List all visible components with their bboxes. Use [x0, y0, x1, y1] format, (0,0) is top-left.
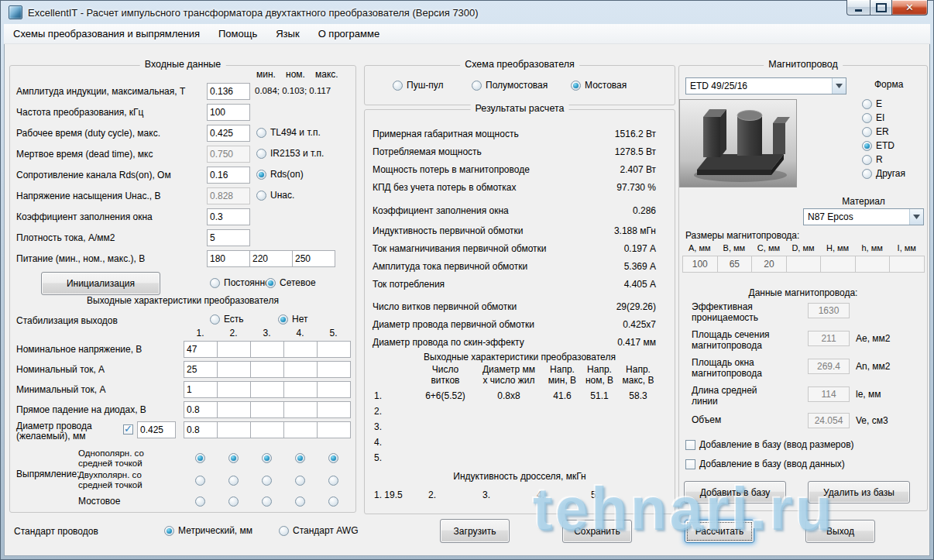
- nominal-voltage-input[interactable]: [317, 341, 351, 358]
- min-current-input[interactable]: [283, 381, 318, 398]
- rectification-radio[interactable]: [262, 476, 272, 486]
- rectification-radio[interactable]: [262, 453, 272, 463]
- shape-other-radio[interactable]: Другая: [862, 168, 905, 179]
- rectification-radio[interactable]: [195, 453, 205, 463]
- diode-drop-input[interactable]: [184, 401, 218, 418]
- wire-diameter-checkbox[interactable]: [123, 424, 133, 435]
- wire-diameter-input[interactable]: [317, 421, 351, 438]
- radio-icon: [571, 81, 581, 91]
- material-select[interactable]: N87 Epcos: [803, 208, 924, 225]
- frequency-input[interactable]: [207, 104, 250, 121]
- add-to-db-button[interactable]: Добавить в базу: [684, 481, 786, 503]
- chevron-down-icon[interactable]: [909, 209, 923, 225]
- rectification-radio[interactable]: [228, 496, 239, 507]
- menu-schemes[interactable]: Схемы преобразования и выпрямления: [4, 24, 209, 43]
- min-current-input[interactable]: [250, 381, 284, 398]
- min-current-input[interactable]: [317, 381, 351, 398]
- stabilization-yes-radio[interactable]: Есть: [210, 314, 244, 325]
- wire-diameter-input[interactable]: [250, 421, 284, 438]
- nominal-current-input[interactable]: [250, 361, 284, 378]
- col-header-nom: ном.: [286, 69, 305, 80]
- nominal-voltage-input[interactable]: [217, 341, 251, 358]
- push-pull-radio[interactable]: Пуш-пул: [393, 80, 443, 91]
- supply-min-input[interactable]: [207, 250, 250, 267]
- window-fill-input[interactable]: [207, 208, 250, 225]
- menu-language[interactable]: Язык: [266, 24, 308, 43]
- nominal-voltage-input[interactable]: [250, 341, 284, 358]
- wire-diameter-input[interactable]: [283, 421, 318, 438]
- shape-ei-radio[interactable]: EI: [862, 112, 884, 123]
- delete-from-db-button[interactable]: Удалить из базы: [808, 481, 910, 503]
- menu-about[interactable]: О программе: [309, 24, 390, 43]
- u-sat-radio[interactable]: Uнас.: [256, 190, 294, 201]
- calculate-button[interactable]: Рассчитать: [685, 520, 754, 543]
- rectification-radio[interactable]: [228, 453, 239, 463]
- close-icon: ✕: [905, 2, 914, 12]
- wire-diameter-input[interactable]: [217, 421, 251, 438]
- close-button[interactable]: ✕: [892, 0, 928, 15]
- rds-on-input[interactable]: [207, 167, 250, 184]
- radio-icon: [256, 128, 266, 138]
- u-sat-label: Напряжение насыщения Uнас., В: [16, 191, 160, 201]
- maximize-button[interactable]: [870, 0, 892, 15]
- ir2153-radio[interactable]: IR2153 и т.п.: [256, 148, 324, 159]
- nominal-current-input[interactable]: [217, 361, 251, 378]
- wire-diameter-input[interactable]: [184, 421, 218, 438]
- shape-r-radio[interactable]: R: [862, 154, 883, 165]
- add-db-data-checkbox[interactable]: Добавление в базу (ввод данных): [685, 459, 845, 469]
- rds-on-radio-label: Rds(on): [270, 169, 304, 180]
- minimize-button[interactable]: [846, 0, 870, 15]
- core-select[interactable]: ETD 49/25/16: [685, 77, 846, 94]
- wire-diameter-desired-input[interactable]: [137, 421, 176, 438]
- rectification-radio[interactable]: [328, 453, 338, 463]
- minimize-icon: [855, 9, 862, 12]
- full-bridge-radio[interactable]: Мостовая: [571, 80, 627, 91]
- current-density-input[interactable]: [207, 229, 250, 246]
- duty-cycle-input[interactable]: [207, 125, 250, 142]
- induction-input[interactable]: [207, 83, 250, 100]
- diode-drop-input[interactable]: [317, 401, 351, 418]
- rectification-radio[interactable]: [328, 496, 338, 507]
- nominal-current-input[interactable]: [283, 361, 318, 378]
- rectification-radio[interactable]: [295, 496, 305, 507]
- min-current-input[interactable]: [184, 381, 218, 398]
- rectification-radio[interactable]: [295, 476, 305, 486]
- nominal-voltage-input[interactable]: [184, 341, 218, 358]
- exit-button[interactable]: Выход: [805, 520, 875, 543]
- min-current-input[interactable]: [217, 381, 251, 398]
- diode-drop-input[interactable]: [283, 401, 318, 418]
- supply-nom-input[interactable]: [249, 250, 293, 267]
- window-title: ExcellentIT - Расчет импульсного трансфо…: [28, 7, 479, 19]
- chevron-down-icon[interactable]: [832, 78, 846, 94]
- diode-drop-input[interactable]: [217, 401, 251, 418]
- rectification-radio[interactable]: [228, 476, 239, 486]
- shape-e-radio[interactable]: E: [862, 98, 882, 109]
- tl494-radio[interactable]: TL494 и т.п.: [256, 127, 321, 138]
- menu-help[interactable]: Помощь: [209, 24, 266, 43]
- rectification-radio[interactable]: [328, 476, 338, 486]
- load-button[interactable]: Загрузить: [440, 519, 510, 543]
- stabilization-no-radio[interactable]: Нет: [278, 314, 307, 325]
- half-bridge-radio[interactable]: Полумостовая: [472, 80, 548, 91]
- rectification-radio[interactable]: [195, 496, 205, 507]
- wire-standard-awg-radio[interactable]: Стандарт AWG: [279, 525, 358, 536]
- init-button[interactable]: Инициализация: [41, 272, 160, 295]
- rds-on-radio[interactable]: Rds(on): [256, 169, 304, 180]
- save-button[interactable]: Сохранить: [562, 520, 632, 543]
- rectification-radio[interactable]: [195, 476, 205, 486]
- rectification-radio[interactable]: [295, 453, 305, 463]
- nominal-current-input[interactable]: [317, 361, 351, 378]
- diode-drop-input[interactable]: [250, 401, 284, 418]
- ir2153-radio-label: IR2153 и т.п.: [270, 148, 324, 159]
- rectification-radio[interactable]: [262, 496, 272, 507]
- nominal-current-input[interactable]: [184, 361, 218, 378]
- core-data-title: Данные магнитопровода:: [679, 287, 927, 298]
- supply-max-input[interactable]: [292, 250, 335, 267]
- nominal-voltage-input[interactable]: [283, 341, 318, 358]
- shape-er-radio[interactable]: ER: [862, 126, 889, 137]
- add-db-sizes-checkbox[interactable]: Добавление в базу (ввод размеров): [685, 439, 854, 450]
- shape-etd-radio[interactable]: ETD: [862, 140, 895, 151]
- supply-ac-radio[interactable]: Сетевое: [266, 277, 316, 288]
- wire-standard-metric-radio[interactable]: Метрический, мм: [164, 525, 252, 536]
- result-value: 29(29.26): [616, 301, 656, 312]
